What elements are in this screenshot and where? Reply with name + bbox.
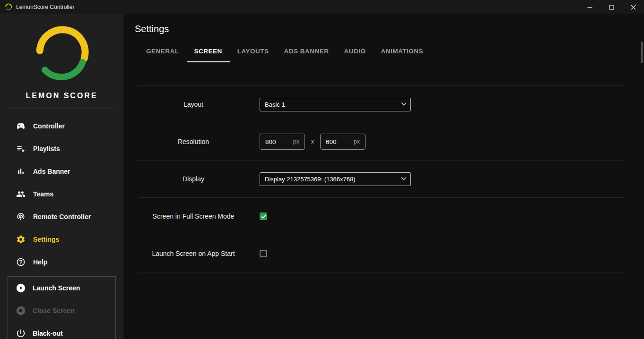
power-icon <box>16 328 26 339</box>
screen-control-label: Launch Screen <box>33 284 80 292</box>
app-logo-icon <box>5 3 12 11</box>
remote-icon <box>16 212 26 221</box>
resolution-row: Resolution px x px <box>138 123 625 161</box>
tab-layouts[interactable]: LAYOUTS <box>230 41 277 62</box>
tab-ads-banner[interactable]: ADS BANNER <box>277 41 337 62</box>
playlist-icon <box>16 144 26 153</box>
close-button[interactable] <box>622 0 644 14</box>
app-window: LEMON SCORE Controller Playlists Ads Ban… <box>0 14 644 339</box>
launch-screen-button[interactable]: Launch Screen <box>8 277 115 299</box>
logo-text: LEMON SCORE <box>0 92 123 100</box>
maximize-icon <box>609 5 614 10</box>
form-spacer-row <box>138 62 625 86</box>
resolution-width-unit: px <box>293 138 299 145</box>
sidebar-item-remote-controller[interactable]: Remote Controller <box>0 205 123 228</box>
check-icon <box>261 214 266 219</box>
vertical-scrollbar[interactable] <box>641 42 643 63</box>
tab-screen[interactable]: SCREEN <box>187 41 230 62</box>
window-title: LemonScore Controller <box>16 4 74 10</box>
sidebar-item-label: Playlists <box>33 145 60 153</box>
layout-select-control[interactable]: Basic 1 <box>260 98 411 111</box>
sidebar-menu: Controller Playlists Ads Banner Teams Re… <box>0 109 123 273</box>
resolution-width-group: px <box>260 134 305 150</box>
sidebar-item-teams[interactable]: Teams <box>0 183 123 205</box>
sidebar-item-label: Ads Banner <box>33 168 70 175</box>
sidebar-item-help[interactable]: Help <box>0 251 123 273</box>
screen-control-label: Black-out <box>33 330 63 337</box>
teams-icon <box>16 189 26 199</box>
sidebar-item-controller[interactable]: Controller <box>0 115 123 137</box>
launch-on-start-row: Launch Screen on App Start <box>138 235 625 272</box>
resolution-control: px x px <box>260 134 366 150</box>
gamepad-icon <box>16 121 26 131</box>
sidebar-item-label: Teams <box>33 190 53 198</box>
launch-on-start-checkbox[interactable] <box>260 250 267 257</box>
display-row: Display Display 2132575369: (1366x768) <box>138 161 625 198</box>
screen-controls-panel: Launch Screen Close Screen Black-out <box>8 276 116 339</box>
sidebar-item-playlists[interactable]: Playlists <box>0 137 123 160</box>
fullscreen-label: Screen in Full Screen Mode <box>138 212 249 220</box>
close-screen-button[interactable]: Close Screen <box>8 299 115 322</box>
window-controls <box>579 0 644 14</box>
resolution-separator: x <box>311 138 314 145</box>
sidebar-item-label: Remote Controller <box>33 213 91 220</box>
fullscreen-row: Screen in Full Screen Mode <box>138 198 625 235</box>
logo-block: LEMON SCORE <box>0 14 123 109</box>
resolution-height-unit: px <box>354 138 360 145</box>
maximize-button[interactable] <box>600 0 622 14</box>
resolution-width-input[interactable] <box>265 138 293 145</box>
titlebar: LemonScore Controller <box>0 0 644 14</box>
tab-general[interactable]: GENERAL <box>139 41 187 62</box>
fullscreen-control <box>260 212 267 220</box>
fullscreen-checkbox[interactable] <box>260 212 267 220</box>
display-control: Display 2132575369: (1366x768) <box>260 172 411 186</box>
sidebar-item-settings[interactable]: Settings <box>0 228 123 251</box>
help-icon <box>16 257 26 267</box>
resolution-height-input[interactable] <box>326 138 354 145</box>
layout-row: Layout Basic 1 <box>138 86 625 123</box>
layout-label: Layout <box>138 101 249 108</box>
sidebar: LEMON SCORE Controller Playlists Ads Ban… <box>0 14 123 339</box>
screen-control-label: Close Screen <box>33 307 75 314</box>
page-title: Settings <box>123 14 644 34</box>
screen-settings-form: Layout Basic 1 Resolution <box>123 62 644 272</box>
sidebar-item-label: Help <box>33 258 47 266</box>
tab-audio[interactable]: AUDIO <box>337 41 374 62</box>
settings-tabs: GENERAL SCREEN LAYOUTS ADS BANNER AUDIO … <box>123 41 644 62</box>
resolution-label: Resolution <box>138 138 249 145</box>
launch-on-start-control <box>260 250 267 257</box>
black-out-button[interactable]: Black-out <box>8 322 115 339</box>
layout-control: Basic 1 <box>260 98 411 111</box>
ads-banner-icon <box>16 167 26 176</box>
close-icon <box>631 5 636 10</box>
main-content: Settings GENERAL SCREEN LAYOUTS ADS BANN… <box>123 14 644 339</box>
lemonscore-logo-icon <box>31 25 93 85</box>
minimize-icon <box>587 5 592 10</box>
stop-circle-icon <box>16 305 26 316</box>
display-select-control[interactable]: Display 2132575369: (1366x768) <box>260 172 411 186</box>
display-label: Display <box>138 175 249 183</box>
gear-icon <box>16 235 26 244</box>
launch-on-start-label: Launch Screen on App Start <box>138 250 249 257</box>
sidebar-item-label: Settings <box>33 236 59 243</box>
resolution-height-group: px <box>320 134 366 150</box>
layout-select: Basic 1 <box>260 98 411 111</box>
display-select: Display 2132575369: (1366x768) <box>260 172 411 186</box>
minimize-button[interactable] <box>579 0 600 14</box>
play-circle-icon <box>16 283 26 293</box>
sidebar-item-ads-banner[interactable]: Ads Banner <box>0 160 123 183</box>
sidebar-item-label: Controller <box>33 122 65 130</box>
tab-animations[interactable]: ANIMATIONS <box>374 41 431 62</box>
